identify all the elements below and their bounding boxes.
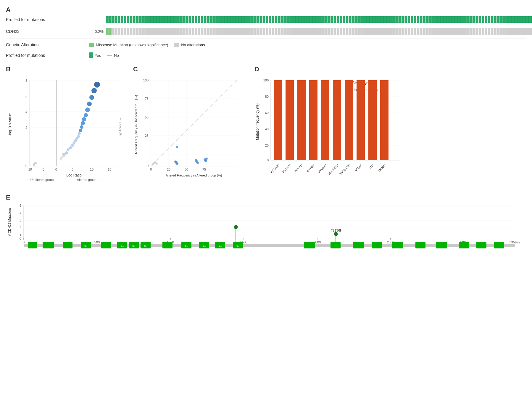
panel-c: C 100 75 50 25 0 0 25 [133, 65, 246, 188]
profiled-bar [189, 16, 191, 23]
profiled-bar [328, 16, 331, 23]
cdh23-normal-bar [150, 28, 153, 35]
profiled-bar [227, 16, 230, 23]
cdh23-normal-bar [328, 28, 331, 35]
cdh23-normal-bar [482, 28, 484, 35]
profiled-bar [508, 16, 511, 23]
cdh23-normal-bar [118, 28, 120, 35]
profiled-bar [357, 16, 360, 23]
profiled-bar [372, 16, 375, 23]
profiled-bar [526, 16, 529, 23]
cdh23-normal-bar [322, 28, 325, 35]
svg-text:C..: C.. [185, 245, 188, 247]
profiled-bar [130, 16, 132, 23]
cdh23-normal-bar [458, 28, 461, 35]
profiled-bar [295, 16, 298, 23]
svg-text:C..: C.. [203, 245, 206, 247]
profiled-bar [517, 16, 520, 23]
profiled-bar [464, 16, 467, 23]
svg-point-185 [334, 232, 338, 236]
cdh23-normal-bar [402, 28, 404, 35]
svg-point-90 [205, 160, 207, 162]
profiled-bar [198, 16, 200, 23]
panel-d-chart: Altered group Unaltered group 100 80 60 … [254, 74, 402, 187]
cdh23-normal-bar [130, 28, 132, 35]
svg-text:-5: -5 [41, 168, 44, 171]
profiled-bar [313, 16, 316, 23]
cdh23-normal-bar [440, 28, 443, 35]
track-cdh23: CDH23 0.2% [6, 27, 526, 36]
cdh23-normal-bar [354, 28, 357, 35]
profiled-bar [183, 16, 186, 23]
cdh23-normal-bar [171, 28, 174, 35]
svg-text:40: 40 [265, 127, 269, 131]
svg-text:T2136I: T2136I [331, 229, 341, 232]
cdh23-normal-bar [230, 28, 233, 35]
svg-text:-log10 p-Value: -log10 p-Value [8, 113, 12, 136]
missense-label: Missense Mutation (unknown significance) [96, 43, 168, 47]
svg-point-38 [81, 121, 85, 125]
svg-text:0: 0 [25, 164, 27, 168]
cdh23-normal-bar [159, 28, 162, 35]
svg-rect-176 [392, 242, 403, 248]
svg-text:EXPH5*: EXPH5* [282, 163, 292, 174]
profiled-bar [242, 16, 245, 23]
svg-text:5: 5 [20, 204, 21, 207]
cdh23-normal-bar [455, 28, 458, 35]
cdh23-normal-bar [224, 28, 227, 35]
profiled-bar [352, 16, 354, 23]
cdh23-normal-bar [245, 28, 248, 35]
profiled-bar [224, 16, 227, 23]
profiled-bar [437, 16, 440, 23]
legend-profiled-items: Yes No [89, 52, 119, 58]
profiled-bar [278, 16, 280, 23]
svg-text:50: 50 [145, 115, 149, 119]
cdh23-normal-bar [514, 28, 517, 35]
panel-e: E 5 4 3 2 1 0 # CDH23 Mutations 0 500 10… [6, 194, 526, 263]
svg-text:C7*: C7* [369, 163, 375, 169]
cdh23-normal-bar [446, 28, 449, 35]
panel-d-label: D [254, 65, 526, 73]
cdh23-normal-bar [227, 28, 230, 35]
profiled-bar [248, 16, 251, 23]
cdh23-normal-bar [520, 28, 523, 35]
profiled-bar [233, 16, 236, 23]
legend-missense: Missense Mutation (unknown significance) [89, 43, 168, 47]
svg-rect-177 [415, 242, 425, 248]
cdh23-normal-bar [467, 28, 470, 35]
svg-rect-153 [63, 242, 72, 248]
cdh23-normal-bar [304, 28, 307, 35]
profiled-bar [476, 16, 478, 23]
profiled-bar [201, 16, 203, 23]
cdh23-normal-bar [375, 28, 378, 35]
svg-text:100: 100 [143, 78, 149, 82]
cdh23-normal-bar [286, 28, 289, 35]
cdh23-normal-bar [251, 28, 254, 35]
cdh23-normal-bar [396, 28, 399, 35]
cdh23-normal-bar [177, 28, 180, 35]
svg-text:4: 4 [25, 110, 27, 114]
cdh23-normal-bar [411, 28, 413, 35]
cdh23-normal-bar [198, 28, 200, 35]
svg-text:← Unaltered group: ← Unaltered group [26, 178, 54, 182]
svg-rect-172 [304, 242, 315, 248]
profiled-bar [301, 16, 304, 23]
svg-text:-10: -10 [27, 168, 32, 171]
profiled-bar [136, 16, 138, 23]
profiled-bar [177, 16, 180, 23]
cdh23-normal-bar [428, 28, 431, 35]
cdh23-normal-bar [136, 28, 138, 35]
cdh23-normal-bar [269, 28, 271, 35]
profiled-bar [115, 16, 117, 23]
svg-rect-156 [101, 242, 111, 248]
svg-point-41 [85, 107, 90, 112]
cdh23-normal-bar [517, 28, 520, 35]
profiled-bar [343, 16, 345, 23]
svg-text:5: 5 [72, 168, 73, 171]
profiled-bar [354, 16, 357, 23]
svg-point-43 [89, 95, 94, 100]
profiled-bar [434, 16, 437, 23]
cdh23-normal-bar [414, 28, 416, 35]
cdh23-normal-bar [292, 28, 295, 35]
svg-text:0: 0 [150, 168, 152, 171]
